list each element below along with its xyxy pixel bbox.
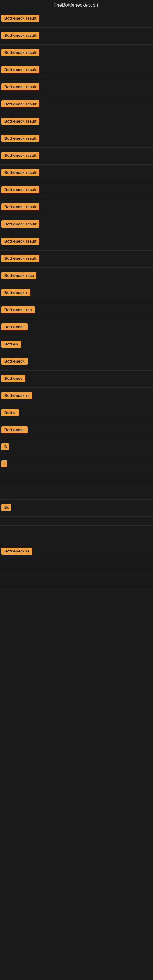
- bottleneck-result-label[interactable]: Bottleneck result: [1, 204, 40, 210]
- bottleneck-result-label[interactable]: Bo: [1, 504, 11, 511]
- bottleneck-result-label[interactable]: Bottle: [1, 409, 19, 416]
- list-item: [0, 535, 153, 543]
- list-item: [0, 482, 153, 491]
- list-item: [0, 525, 153, 535]
- list-item: Bottlen: [0, 336, 153, 353]
- bottleneck-result-label[interactable]: B: [1, 444, 9, 450]
- bottleneck-result-label[interactable]: Bottleneck: [1, 358, 27, 365]
- bottleneck-result-label[interactable]: Bottleneck result: [1, 83, 40, 90]
- list-item: Bottleneck result: [0, 79, 153, 96]
- bottleneck-result-label[interactable]: Bottleneck result: [1, 118, 40, 125]
- list-item: Bottleneck result: [0, 113, 153, 130]
- list-item: Bottleneck result: [0, 148, 153, 165]
- list-item: Bottlenec: [0, 371, 153, 388]
- bottleneck-result-label[interactable]: Bottleneck res: [1, 306, 35, 313]
- list-item: [0, 517, 153, 525]
- bottleneck-result-label[interactable]: Bottleneck result: [1, 15, 40, 22]
- bottleneck-result-label[interactable]: |: [1, 460, 7, 467]
- bottleneck-result-label[interactable]: Bottleneck result: [1, 238, 40, 245]
- bottleneck-result-label[interactable]: Bottleneck: [1, 426, 27, 433]
- list-item: Bottleneck result: [0, 250, 153, 268]
- list-item: Bottleneck result: [0, 199, 153, 216]
- list-item: Bottleneck: [0, 319, 153, 336]
- list-item: Bottleneck: [0, 353, 153, 371]
- list-item: Bottleneck result: [0, 62, 153, 79]
- bottleneck-result-label[interactable]: Bottleneck re: [1, 547, 32, 555]
- list-item: Bottleneck: [0, 422, 153, 439]
- bottleneck-result-label[interactable]: Bottleneck re: [1, 392, 32, 399]
- list-item: Bottleneck result: [0, 130, 153, 148]
- bottleneck-result-label[interactable]: Bottleneck r: [1, 289, 30, 296]
- list-item: Bottle: [0, 405, 153, 422]
- list-item: Bottleneck re: [0, 388, 153, 405]
- list-item: Bottleneck result: [0, 96, 153, 113]
- list-item: Bottleneck res: [0, 302, 153, 319]
- bottleneck-result-label[interactable]: Bottleneck resu: [1, 272, 37, 279]
- bottleneck-result-label[interactable]: Bottlen: [1, 340, 21, 348]
- list-item: Bottleneck result: [0, 165, 153, 182]
- bottleneck-result-label[interactable]: Bottleneck result: [1, 66, 40, 73]
- list-item: Bottleneck r: [0, 285, 153, 302]
- list-item: Bo: [0, 500, 153, 517]
- bottleneck-result-label[interactable]: Bottleneck result: [1, 169, 40, 176]
- list-item: [0, 473, 153, 482]
- list-item: [0, 569, 153, 578]
- list-item: [0, 491, 153, 500]
- bottleneck-result-label[interactable]: Bottleneck result: [1, 152, 40, 159]
- site-title: TheBottlenecker.com: [0, 0, 153, 10]
- bottleneck-result-label[interactable]: Bottleneck result: [1, 186, 40, 193]
- list-item: Bottleneck result: [0, 233, 153, 250]
- list-item: |: [0, 456, 153, 473]
- list-item: B: [0, 439, 153, 456]
- list-item: [0, 578, 153, 587]
- list-item: Bottleneck result: [0, 27, 153, 45]
- bottleneck-result-label[interactable]: Bottleneck result: [1, 49, 40, 56]
- bottleneck-result-label[interactable]: Bottleneck result: [1, 135, 40, 142]
- bottleneck-result-label[interactable]: Bottlenec: [1, 375, 26, 382]
- list-item: Bottleneck result: [0, 216, 153, 233]
- list-item: Bottleneck result: [0, 45, 153, 62]
- list-item: Bottleneck result: [0, 10, 153, 27]
- bottleneck-result-label[interactable]: Bottleneck: [1, 323, 27, 331]
- bottleneck-result-label[interactable]: Bottleneck result: [1, 221, 40, 228]
- list-item: Bottleneck re: [0, 543, 153, 560]
- bottleneck-result-label[interactable]: Bottleneck result: [1, 255, 40, 262]
- bottleneck-result-label[interactable]: Bottleneck result: [1, 32, 40, 39]
- list-item: [0, 560, 153, 569]
- list-item: Bottleneck resu: [0, 268, 153, 285]
- bottleneck-result-label[interactable]: Bottleneck result: [1, 100, 40, 108]
- list-item: Bottleneck result: [0, 182, 153, 199]
